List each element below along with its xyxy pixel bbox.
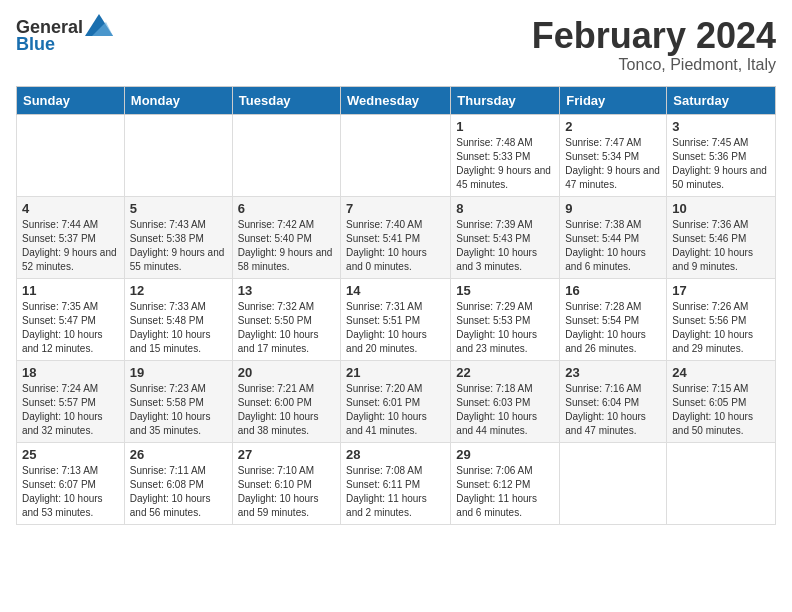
column-header-monday: Monday [124,86,232,114]
day-number: 25 [22,447,119,462]
column-header-wednesday: Wednesday [341,86,451,114]
calendar-cell: 12Sunrise: 7:33 AM Sunset: 5:48 PM Dayli… [124,278,232,360]
calendar-cell: 29Sunrise: 7:06 AM Sunset: 6:12 PM Dayli… [451,442,560,524]
calendar-cell: 28Sunrise: 7:08 AM Sunset: 6:11 PM Dayli… [341,442,451,524]
calendar-cell: 15Sunrise: 7:29 AM Sunset: 5:53 PM Dayli… [451,278,560,360]
calendar-cell: 17Sunrise: 7:26 AM Sunset: 5:56 PM Dayli… [667,278,776,360]
day-info: Sunrise: 7:36 AM Sunset: 5:46 PM Dayligh… [672,218,770,274]
day-number: 16 [565,283,661,298]
calendar-cell: 18Sunrise: 7:24 AM Sunset: 5:57 PM Dayli… [17,360,125,442]
day-number: 5 [130,201,227,216]
day-info: Sunrise: 7:45 AM Sunset: 5:36 PM Dayligh… [672,136,770,192]
day-number: 13 [238,283,335,298]
day-info: Sunrise: 7:23 AM Sunset: 5:58 PM Dayligh… [130,382,227,438]
day-number: 28 [346,447,445,462]
month-title: February 2024 [532,16,776,56]
calendar-table: SundayMondayTuesdayWednesdayThursdayFrid… [16,86,776,525]
calendar-cell: 27Sunrise: 7:10 AM Sunset: 6:10 PM Dayli… [232,442,340,524]
location-title: Tonco, Piedmont, Italy [532,56,776,74]
day-number: 6 [238,201,335,216]
day-info: Sunrise: 7:35 AM Sunset: 5:47 PM Dayligh… [22,300,119,356]
day-info: Sunrise: 7:48 AM Sunset: 5:33 PM Dayligh… [456,136,554,192]
logo-icon [85,14,113,36]
header: General Blue February 2024 Tonco, Piedmo… [16,16,776,74]
title-area: February 2024 Tonco, Piedmont, Italy [532,16,776,74]
calendar-cell: 11Sunrise: 7:35 AM Sunset: 5:47 PM Dayli… [17,278,125,360]
day-number: 8 [456,201,554,216]
day-number: 12 [130,283,227,298]
day-info: Sunrise: 7:43 AM Sunset: 5:38 PM Dayligh… [130,218,227,274]
day-number: 15 [456,283,554,298]
calendar-cell: 19Sunrise: 7:23 AM Sunset: 5:58 PM Dayli… [124,360,232,442]
day-info: Sunrise: 7:28 AM Sunset: 5:54 PM Dayligh… [565,300,661,356]
day-info: Sunrise: 7:20 AM Sunset: 6:01 PM Dayligh… [346,382,445,438]
column-header-saturday: Saturday [667,86,776,114]
day-info: Sunrise: 7:39 AM Sunset: 5:43 PM Dayligh… [456,218,554,274]
day-number: 4 [22,201,119,216]
calendar-cell: 9Sunrise: 7:38 AM Sunset: 5:44 PM Daylig… [560,196,667,278]
calendar-cell [667,442,776,524]
day-number: 24 [672,365,770,380]
logo: General Blue [16,16,113,55]
calendar-cell: 7Sunrise: 7:40 AM Sunset: 5:41 PM Daylig… [341,196,451,278]
day-info: Sunrise: 7:08 AM Sunset: 6:11 PM Dayligh… [346,464,445,520]
calendar-cell: 2Sunrise: 7:47 AM Sunset: 5:34 PM Daylig… [560,114,667,196]
day-info: Sunrise: 7:21 AM Sunset: 6:00 PM Dayligh… [238,382,335,438]
day-info: Sunrise: 7:18 AM Sunset: 6:03 PM Dayligh… [456,382,554,438]
day-info: Sunrise: 7:16 AM Sunset: 6:04 PM Dayligh… [565,382,661,438]
day-info: Sunrise: 7:31 AM Sunset: 5:51 PM Dayligh… [346,300,445,356]
column-header-sunday: Sunday [17,86,125,114]
day-number: 11 [22,283,119,298]
logo-blue-text: Blue [16,34,55,55]
calendar-cell: 5Sunrise: 7:43 AM Sunset: 5:38 PM Daylig… [124,196,232,278]
day-info: Sunrise: 7:24 AM Sunset: 5:57 PM Dayligh… [22,382,119,438]
day-number: 21 [346,365,445,380]
calendar-cell: 14Sunrise: 7:31 AM Sunset: 5:51 PM Dayli… [341,278,451,360]
day-info: Sunrise: 7:06 AM Sunset: 6:12 PM Dayligh… [456,464,554,520]
day-number: 9 [565,201,661,216]
day-info: Sunrise: 7:32 AM Sunset: 5:50 PM Dayligh… [238,300,335,356]
day-number: 22 [456,365,554,380]
calendar-cell: 1Sunrise: 7:48 AM Sunset: 5:33 PM Daylig… [451,114,560,196]
calendar-cell: 20Sunrise: 7:21 AM Sunset: 6:00 PM Dayli… [232,360,340,442]
calendar-cell: 16Sunrise: 7:28 AM Sunset: 5:54 PM Dayli… [560,278,667,360]
day-info: Sunrise: 7:47 AM Sunset: 5:34 PM Dayligh… [565,136,661,192]
day-number: 29 [456,447,554,462]
day-number: 26 [130,447,227,462]
day-number: 10 [672,201,770,216]
day-info: Sunrise: 7:33 AM Sunset: 5:48 PM Dayligh… [130,300,227,356]
day-info: Sunrise: 7:42 AM Sunset: 5:40 PM Dayligh… [238,218,335,274]
calendar-cell [341,114,451,196]
calendar-cell: 26Sunrise: 7:11 AM Sunset: 6:08 PM Dayli… [124,442,232,524]
day-info: Sunrise: 7:44 AM Sunset: 5:37 PM Dayligh… [22,218,119,274]
calendar-cell: 6Sunrise: 7:42 AM Sunset: 5:40 PM Daylig… [232,196,340,278]
day-info: Sunrise: 7:10 AM Sunset: 6:10 PM Dayligh… [238,464,335,520]
day-number: 3 [672,119,770,134]
day-info: Sunrise: 7:15 AM Sunset: 6:05 PM Dayligh… [672,382,770,438]
calendar-cell [17,114,125,196]
day-number: 23 [565,365,661,380]
column-header-tuesday: Tuesday [232,86,340,114]
calendar-cell: 13Sunrise: 7:32 AM Sunset: 5:50 PM Dayli… [232,278,340,360]
calendar-cell: 23Sunrise: 7:16 AM Sunset: 6:04 PM Dayli… [560,360,667,442]
day-number: 1 [456,119,554,134]
day-number: 2 [565,119,661,134]
calendar-cell: 3Sunrise: 7:45 AM Sunset: 5:36 PM Daylig… [667,114,776,196]
column-header-thursday: Thursday [451,86,560,114]
calendar-cell: 8Sunrise: 7:39 AM Sunset: 5:43 PM Daylig… [451,196,560,278]
day-info: Sunrise: 7:40 AM Sunset: 5:41 PM Dayligh… [346,218,445,274]
calendar-cell [560,442,667,524]
day-number: 18 [22,365,119,380]
day-number: 27 [238,447,335,462]
day-number: 20 [238,365,335,380]
calendar-cell: 10Sunrise: 7:36 AM Sunset: 5:46 PM Dayli… [667,196,776,278]
day-info: Sunrise: 7:11 AM Sunset: 6:08 PM Dayligh… [130,464,227,520]
day-info: Sunrise: 7:38 AM Sunset: 5:44 PM Dayligh… [565,218,661,274]
calendar-cell: 22Sunrise: 7:18 AM Sunset: 6:03 PM Dayli… [451,360,560,442]
day-number: 17 [672,283,770,298]
column-header-friday: Friday [560,86,667,114]
day-number: 7 [346,201,445,216]
calendar-cell: 4Sunrise: 7:44 AM Sunset: 5:37 PM Daylig… [17,196,125,278]
calendar-cell [124,114,232,196]
day-number: 14 [346,283,445,298]
